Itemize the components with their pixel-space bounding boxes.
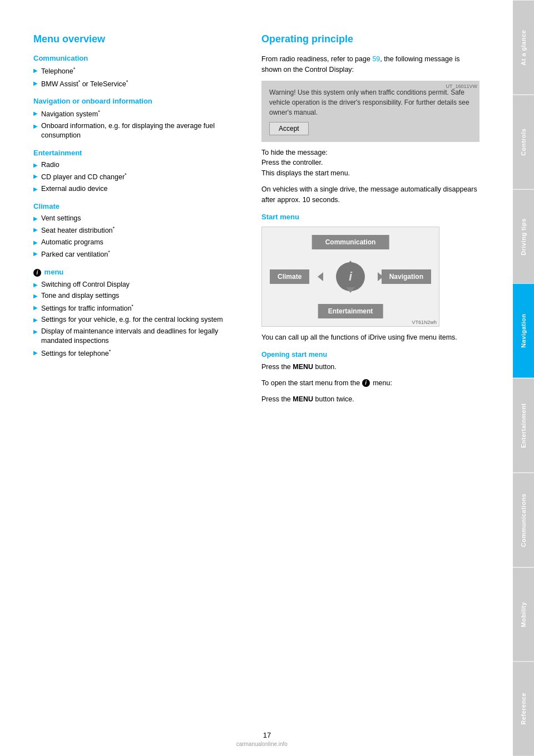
menu-item-communication: Communication — [312, 235, 389, 249]
bottom-logo: carmanualonline.info — [236, 741, 288, 747]
arrow-icon: ▶ — [33, 349, 38, 357]
arrow-icon: ▶ — [33, 161, 38, 169]
image-id: UT_16011VW — [446, 83, 477, 91]
idrive-text: You can call up all the functions of iDr… — [261, 332, 479, 343]
i-menu-list: ▶ Switching off Control Display ▶ Tone a… — [33, 280, 239, 359]
opening-step-3: Press the MENU button twice. — [261, 394, 479, 405]
tab-entertainment[interactable]: Entertainment — [513, 378, 534, 473]
list-item: ▶ Navigation system* — [33, 109, 239, 120]
list-item: ▶ Radio — [33, 160, 239, 170]
arrow-down-icon — [346, 287, 355, 293]
list-item: ▶ Settings for traffic information* — [33, 303, 239, 314]
arrow-icon: ▶ — [33, 173, 38, 180]
opening-start-menu-heading: Opening start menu — [261, 351, 479, 359]
tab-reference[interactable]: Reference — [513, 661, 534, 756]
tab-at-a-glance[interactable]: At a glance — [513, 0, 534, 95]
right-column-title: Operating principle — [261, 33, 479, 45]
arrow-icon: ▶ — [33, 215, 38, 223]
arrow-icon: ▶ — [33, 328, 38, 336]
menu-item-navigation: Navigation — [382, 269, 431, 284]
list-item: ▶ Switching off Control Display — [33, 280, 239, 290]
list-item: ▶ Seat heater distribution* — [33, 225, 239, 236]
list-item: ▶ External audio device — [33, 184, 239, 194]
arrow-icon: ▶ — [33, 185, 38, 193]
arrow-left-icon — [318, 272, 323, 281]
i-menu-heading: i menu — [33, 268, 239, 277]
arrow-icon: ▶ — [33, 281, 38, 289]
warning-box: UT_16011VW Warning! Use this system only… — [261, 81, 479, 142]
list-item: ▶ Display of maintenance intervals and d… — [33, 327, 239, 346]
list-item: ▶ Automatic programs — [33, 238, 239, 248]
entertainment-heading: Entertainment — [33, 149, 239, 157]
opening-step-2: To open the start menu from the i menu: — [261, 378, 479, 389]
arrow-icon: ▶ — [33, 122, 38, 130]
single-drive-text: On vehicles with a single drive, the mes… — [261, 184, 479, 205]
climate-list: ▶ Vent settings ▶ Seat heater distributi… — [33, 214, 239, 260]
tab-communications[interactable]: Communications — [513, 473, 534, 567]
start-menu-diagram: Communication Climate i Navigation Enter… — [261, 227, 439, 327]
arrow-icon: ▶ — [33, 304, 38, 312]
arrow-icon: ▶ — [33, 239, 38, 247]
menu-item-entertainment: Entertainment — [318, 304, 383, 318]
list-item: ▶ Vent settings — [33, 214, 239, 224]
list-item: ▶ BMW Assist* or TeleService* — [33, 78, 239, 90]
opening-step-1: Press the MENU button. — [261, 362, 479, 372]
i-icon-inline: i — [362, 379, 370, 387]
list-item: ▶ Parked car ventilation* — [33, 249, 239, 260]
arrow-right-icon — [378, 272, 383, 281]
menu-item-climate: Climate — [270, 269, 309, 284]
arrow-icon: ▶ — [33, 316, 38, 324]
arrow-icon: ▶ — [33, 67, 38, 75]
left-column-title: Menu overview — [33, 33, 239, 45]
arrow-icon: ▶ — [33, 226, 38, 234]
page-link[interactable]: 59 — [372, 55, 380, 63]
list-item: ▶ Tone and display settings — [33, 291, 239, 301]
communication-list: ▶ Telephone* ▶ BMW Assist* or TeleServic… — [33, 66, 239, 89]
arrow-icon: ▶ — [33, 80, 38, 87]
list-item: ▶ Telephone* — [33, 66, 239, 77]
tab-driving-tips[interactable]: Driving tips — [513, 189, 534, 284]
i-icon: i — [33, 269, 41, 277]
list-item: ▶ Settings for your vehicle, e.g. for th… — [33, 315, 239, 325]
navigation-onboard-heading: Navigation or onboard information — [33, 97, 239, 105]
communication-heading: Communication — [33, 54, 239, 62]
start-menu-heading: Start menu — [261, 213, 479, 221]
warning-text: Warning! Use this system only when traff… — [269, 87, 472, 117]
accept-button[interactable]: Accept — [269, 122, 309, 135]
list-item: ▶ Settings for telephone* — [33, 348, 239, 359]
list-item: ▶ Onboard information, e.g. for displayi… — [33, 121, 239, 141]
arrow-icon: ▶ — [33, 110, 38, 117]
list-item: ▶ CD player and CD changer* — [33, 171, 239, 183]
page-number: 17 — [263, 731, 271, 739]
arrow-icon: ▶ — [33, 292, 38, 300]
climate-heading: Climate — [33, 202, 239, 210]
side-tabs: At a glance Controls Driving tips Naviga… — [513, 0, 534, 756]
intro-text: From radio readiness, refer to page 59, … — [261, 54, 479, 75]
navigation-onboard-list: ▶ Navigation system* ▶ Onboard informati… — [33, 109, 239, 141]
tab-navigation[interactable]: Navigation — [513, 283, 534, 378]
entertainment-list: ▶ Radio ▶ CD player and CD changer* ▶ Ex… — [33, 160, 239, 194]
tab-controls[interactable]: Controls — [513, 95, 534, 189]
diagram-image-id: VT61N2wh — [412, 320, 437, 325]
tab-mobility[interactable]: Mobility — [513, 567, 534, 662]
arrow-icon: ▶ — [33, 250, 38, 258]
hide-message-text: To hide the message: Press the controlle… — [261, 148, 479, 179]
